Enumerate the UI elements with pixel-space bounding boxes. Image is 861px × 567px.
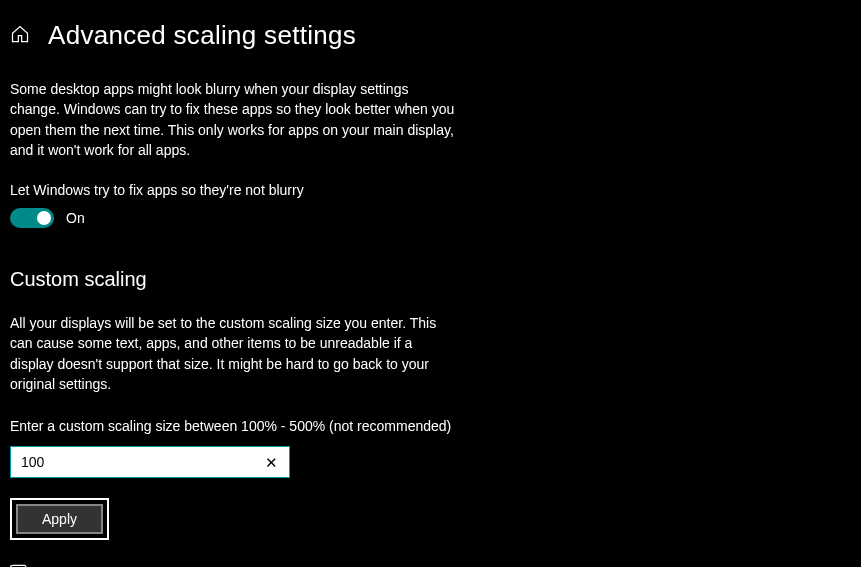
blurry-fix-toggle[interactable] bbox=[10, 208, 54, 228]
chat-help-icon bbox=[10, 562, 30, 567]
apply-button[interactable]: Apply bbox=[16, 504, 103, 534]
custom-scaling-description: All your displays will be set to the cus… bbox=[10, 313, 440, 394]
clear-icon[interactable]: ✕ bbox=[261, 451, 282, 474]
custom-scaling-title: Custom scaling bbox=[10, 268, 851, 291]
blurry-fix-description: Some desktop apps might look blurry when… bbox=[10, 79, 455, 160]
blurry-fix-toggle-label: Let Windows try to fix apps so they're n… bbox=[10, 182, 851, 198]
blurry-fix-toggle-state: On bbox=[66, 210, 85, 226]
page-title: Advanced scaling settings bbox=[48, 20, 356, 51]
scaling-input-label: Enter a custom scaling size between 100%… bbox=[10, 418, 851, 434]
home-icon[interactable] bbox=[10, 24, 30, 47]
scaling-input[interactable] bbox=[10, 446, 290, 478]
